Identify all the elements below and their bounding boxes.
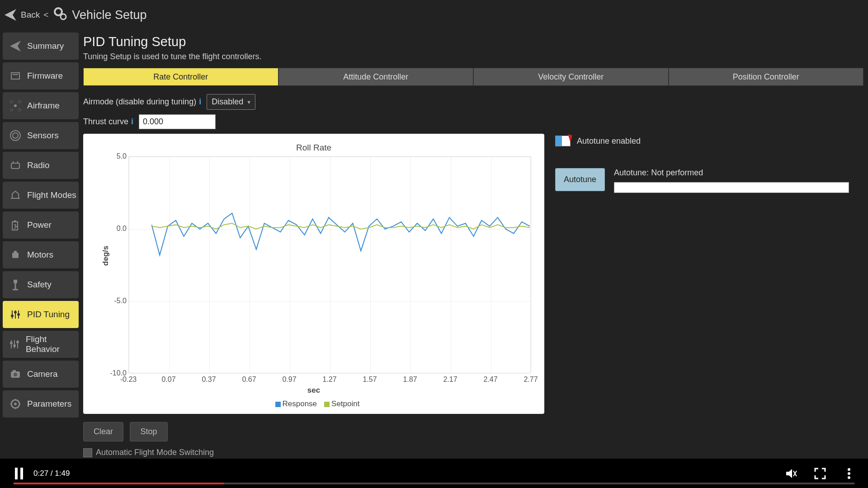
autotune-enabled-checkbox[interactable] — [555, 136, 571, 146]
gears-icon — [53, 6, 68, 23]
chart-xtick: 2.17 — [443, 375, 457, 384]
svg-rect-18 — [14, 251, 17, 253]
svg-rect-17 — [12, 253, 19, 258]
chart-xtick: 1.87 — [403, 375, 417, 384]
svg-rect-2 — [11, 73, 19, 79]
legend-label: Response — [283, 399, 317, 408]
airmode-dropdown[interactable]: Disabled — [207, 94, 255, 110]
sidebar-item-label: PID Tuning — [27, 310, 70, 319]
svg-point-5 — [10, 100, 13, 103]
controller-tabs: Rate ControllerAttitude ControllerVeloci… — [83, 68, 863, 86]
sidebar-item-label: Airframe — [27, 101, 60, 111]
autotune-enabled-label: Autotune enabled — [577, 136, 641, 146]
svg-point-31 — [10, 342, 13, 344]
chart-xtick: 2.47 — [483, 375, 497, 384]
sidebar-item-flight-modes[interactable]: Flight Modes — [3, 182, 79, 209]
svg-point-43 — [848, 468, 850, 471]
sidebar-item-label: Firmware — [27, 71, 63, 81]
sidebar-item-flight-behavior[interactable]: Flight Behavior — [3, 331, 79, 358]
sidebar-item-radio[interactable]: Radio — [3, 152, 79, 179]
sidebar: SummaryFirmwareAirframeSensorsRadioFligh… — [0, 30, 79, 459]
sidebar-item-camera[interactable]: Camera — [3, 361, 79, 388]
sidebar-item-label: Parameters — [27, 399, 71, 409]
svg-point-4 — [14, 104, 17, 107]
sidebar-item-label: Flight Modes — [27, 190, 76, 200]
chart-ytick: -10.0 — [108, 369, 127, 377]
video-progress-track[interactable] — [14, 483, 854, 484]
info-icon[interactable]: i — [199, 97, 201, 107]
sidebar-item-pid-tuning[interactable]: PID Tuning — [3, 301, 79, 328]
legend-label: Setpoint — [331, 399, 359, 408]
sidebar-icon — [6, 395, 24, 413]
svg-point-38 — [14, 403, 17, 405]
more-options-button[interactable] — [841, 465, 857, 482]
sidebar-item-label: Safety — [27, 280, 52, 290]
auto-flight-mode-checkbox[interactable] — [83, 448, 92, 457]
autotune-button[interactable]: Autotune — [555, 168, 605, 191]
chart-legend: ResponseSetpoint — [83, 399, 544, 408]
chart-ytick: -5.0 — [108, 297, 127, 305]
thrust-label: Thrust curve — [83, 117, 128, 127]
svg-point-45 — [848, 476, 850, 479]
tab-position-controller[interactable]: Position Controller — [669, 68, 864, 86]
sidebar-item-power[interactable]: Power — [3, 211, 79, 239]
svg-point-32 — [13, 344, 16, 347]
sidebar-icon — [6, 305, 24, 324]
svg-point-27 — [17, 313, 20, 316]
back-label: Back — [21, 10, 40, 20]
stop-button[interactable]: Stop — [130, 422, 167, 441]
sidebar-item-summary[interactable]: Summary — [3, 33, 79, 60]
video-controls: 0:27 / 1:49 — [0, 459, 868, 488]
sidebar-item-label: Power — [27, 220, 52, 230]
chart-title: Roll Rate — [92, 143, 535, 153]
sidebar-item-firmware[interactable]: Firmware — [3, 62, 79, 89]
sidebar-item-safety[interactable]: Safety — [3, 271, 79, 298]
sidebar-icon — [6, 335, 23, 353]
sidebar-icon — [6, 127, 24, 145]
video-progress-fill — [14, 483, 224, 484]
chart-xtick: 0.67 — [242, 375, 256, 384]
sidebar-icon — [6, 276, 24, 294]
sidebar-item-label: Radio — [27, 160, 50, 170]
svg-point-33 — [16, 341, 19, 343]
tab-velocity-controller[interactable]: Velocity Controller — [473, 68, 669, 86]
chart-xtick: 1.27 — [322, 375, 336, 384]
sidebar-item-motors[interactable]: Motors — [3, 241, 79, 268]
svg-point-1 — [61, 14, 66, 19]
thrust-curve-input[interactable] — [139, 114, 216, 129]
sidebar-item-label: Summary — [27, 41, 64, 51]
svg-rect-3 — [13, 74, 18, 75]
svg-rect-36 — [13, 370, 16, 372]
svg-point-25 — [11, 314, 14, 317]
autotune-status: Autotune: Not performed — [614, 168, 849, 178]
fullscreen-button[interactable] — [812, 465, 828, 482]
page-subtitle: Tuning Setup is used to tune the flight … — [83, 52, 863, 61]
sidebar-icon — [6, 97, 24, 115]
mute-button[interactable] — [783, 465, 799, 482]
sidebar-item-sensors[interactable]: Sensors — [3, 122, 79, 149]
sidebar-item-parameters[interactable]: Parameters — [3, 390, 79, 418]
page-title: PID Tuning Setup — [83, 34, 863, 49]
pause-button[interactable] — [11, 465, 27, 482]
svg-point-6 — [18, 100, 21, 103]
sidebar-item-label: Motors — [27, 250, 53, 260]
chart-ytick: 0.0 — [108, 225, 127, 233]
sidebar-item-label: Sensors — [27, 131, 59, 141]
svg-rect-19 — [14, 280, 17, 283]
back-button[interactable]: Back < — [3, 7, 53, 23]
auto-flight-mode-label: Automatic Flight Mode Switching — [96, 448, 214, 457]
sidebar-item-airframe[interactable]: Airframe — [3, 92, 79, 119]
svg-point-10 — [10, 131, 20, 141]
svg-point-7 — [10, 108, 13, 111]
roll-rate-chart: Roll Rate deg/s sec ResponseSetpoint -0.… — [83, 134, 544, 414]
tab-rate-controller[interactable]: Rate Controller — [83, 68, 278, 86]
svg-point-0 — [55, 8, 62, 15]
svg-point-9 — [13, 133, 18, 138]
page-header-title: Vehicle Setup — [72, 8, 146, 22]
chart-xtick: 1.57 — [363, 375, 377, 384]
svg-rect-40 — [20, 468, 23, 479]
tab-attitude-controller[interactable]: Attitude Controller — [278, 68, 474, 86]
clear-button[interactable]: Clear — [83, 422, 123, 441]
info-icon[interactable]: i — [131, 117, 133, 127]
svg-point-44 — [848, 472, 850, 475]
